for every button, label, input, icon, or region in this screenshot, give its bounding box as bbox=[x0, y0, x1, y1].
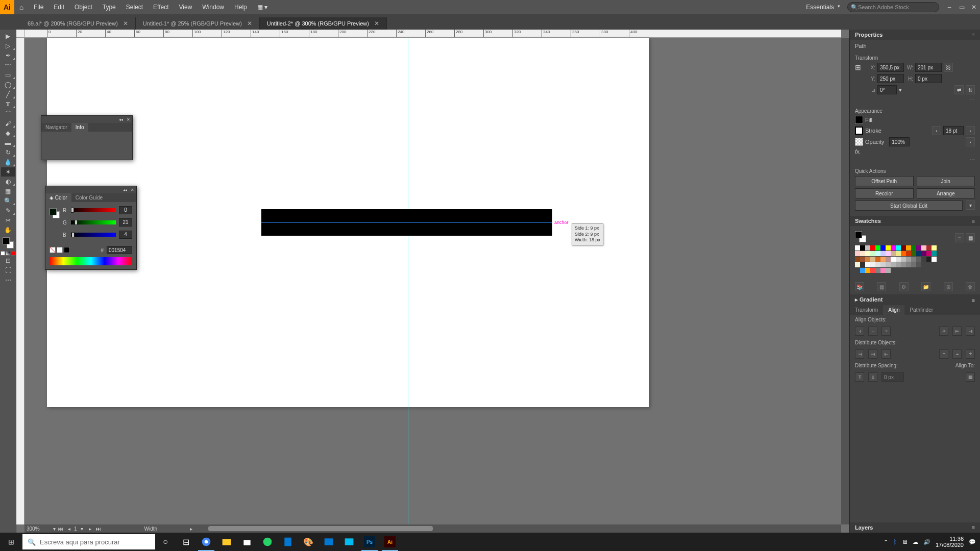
color-panel[interactable]: ◂◂✕ ◈ ColorColor Guide R0 G21 B4 # bbox=[45, 186, 137, 270]
swatch-cell[interactable] bbox=[926, 251, 932, 256]
artboard-dropdown[interactable]: ▾ bbox=[79, 526, 85, 532]
align-bottom[interactable]: ⫣ bbox=[966, 327, 975, 336]
hand-tool[interactable]: ✋ bbox=[1, 226, 15, 235]
menu-window[interactable]: Window bbox=[197, 0, 229, 14]
tab-close-icon[interactable]: ✕ bbox=[247, 20, 252, 27]
store-icon[interactable] bbox=[237, 533, 257, 551]
dist-hcenter[interactable]: ⫨ bbox=[952, 349, 962, 359]
eyedropper-tool[interactable]: 💧 bbox=[1, 158, 15, 167]
dist-top[interactable]: ⫤ bbox=[855, 349, 864, 359]
dist-h-space[interactable]: ⫫ bbox=[868, 372, 877, 382]
tab-close-icon[interactable]: ✕ bbox=[374, 20, 379, 27]
fx-icon[interactable]: fx. bbox=[855, 148, 861, 155]
swatch-cell[interactable] bbox=[875, 262, 880, 267]
swatch-cell[interactable] bbox=[880, 245, 886, 251]
close-button[interactable]: ✕ bbox=[968, 0, 980, 14]
whatsapp-icon[interactable] bbox=[257, 533, 278, 551]
opacity-more[interactable]: › bbox=[966, 137, 975, 146]
maximize-button[interactable]: ▭ bbox=[955, 0, 968, 14]
artboard-region[interactable]: anchor Side 1: 9 px Side 2: 9 px Width: … bbox=[24, 38, 841, 524]
swatch-cell[interactable] bbox=[932, 251, 937, 256]
volume-icon[interactable]: 🔊 bbox=[923, 539, 930, 545]
document-tab[interactable]: Untitled-2* @ 300% (RGB/GPU Preview)✕ bbox=[260, 17, 387, 30]
swatch-cell[interactable] bbox=[896, 262, 901, 267]
vertical-guide[interactable] bbox=[408, 38, 408, 524]
spacing-input[interactable] bbox=[881, 372, 904, 382]
screen-mode[interactable]: ⛶ bbox=[1, 266, 15, 275]
swatch-cell[interactable] bbox=[855, 262, 860, 267]
scrollbar-horizontal[interactable]: ▾ ⏮ ◂ 1 ▾ ▸ ⏭ Width ▸ bbox=[24, 524, 841, 533]
swatch-menu-icon[interactable]: ▦ bbox=[877, 282, 886, 291]
color-fill-stroke[interactable] bbox=[50, 208, 60, 218]
swatch-cell[interactable] bbox=[875, 257, 880, 262]
document-tab[interactable]: 69.ai* @ 200% (RGB/GPU Preview)✕ bbox=[20, 17, 136, 30]
calculator-icon[interactable] bbox=[278, 533, 298, 551]
explorer-icon[interactable] bbox=[216, 533, 237, 551]
dist-left[interactable]: ⫧ bbox=[939, 349, 948, 359]
x-input[interactable] bbox=[877, 63, 904, 72]
swatch-cell[interactable] bbox=[896, 257, 901, 262]
swatches-header[interactable]: Swatches≡ bbox=[850, 216, 980, 226]
pen-tool[interactable]: ✒ bbox=[1, 51, 15, 60]
panel-tab-color-guide[interactable]: Color Guide bbox=[71, 193, 107, 202]
panel-tab-info[interactable]: Info bbox=[71, 123, 88, 132]
search-stock[interactable]: 🔍 Search Adobe Stock bbox=[847, 2, 939, 12]
notifications-icon[interactable]: 💬 bbox=[969, 539, 976, 545]
swatch-cell[interactable] bbox=[860, 257, 865, 262]
last-artboard[interactable]: ⏭ bbox=[95, 526, 102, 532]
photoshop-icon[interactable]: Ps bbox=[359, 533, 380, 551]
zoom-level[interactable] bbox=[27, 526, 51, 532]
swatch-cell[interactable] bbox=[921, 245, 926, 251]
swatch-cell[interactable] bbox=[860, 251, 865, 256]
panel-collapse-icon[interactable]: ◂◂ bbox=[118, 117, 124, 122]
stroke-dec[interactable]: ‹ bbox=[932, 126, 941, 135]
direct-selection-tool[interactable]: ▷ bbox=[1, 41, 15, 51]
swatch-cell[interactable] bbox=[916, 251, 921, 256]
swatch-cell[interactable] bbox=[921, 251, 926, 256]
swatch-cell[interactable] bbox=[906, 251, 911, 256]
swatch-cell[interactable] bbox=[860, 262, 865, 267]
home-icon[interactable]: ⌂ bbox=[14, 3, 29, 11]
ruler-origin[interactable] bbox=[16, 30, 24, 38]
menu-file[interactable]: File bbox=[29, 0, 48, 14]
chrome-icon[interactable] bbox=[196, 533, 216, 551]
workspace-selector[interactable]: Essentials bbox=[801, 4, 843, 11]
arc-tool[interactable]: ⌒ bbox=[1, 109, 15, 118]
h-input[interactable] bbox=[915, 74, 942, 83]
align-tab-transform[interactable]: Transform bbox=[850, 305, 883, 315]
swatch-cell[interactable] bbox=[891, 245, 896, 251]
network-icon[interactable]: 🖥 bbox=[902, 539, 908, 545]
swatch-cell[interactable] bbox=[906, 257, 911, 262]
type-tool[interactable]: T bbox=[1, 99, 15, 109]
document-tab[interactable]: Untitled-1* @ 25% (RGB/GPU Preview)✕ bbox=[136, 17, 260, 30]
blend-tool[interactable]: ✎ bbox=[1, 206, 15, 215]
g-value[interactable]: 21 bbox=[119, 218, 132, 227]
photos-icon[interactable] bbox=[339, 533, 359, 551]
menu-effect[interactable]: Effect bbox=[148, 0, 174, 14]
global-edit-button[interactable]: Start Global Edit bbox=[855, 201, 963, 211]
swatch-cell[interactable] bbox=[932, 245, 937, 251]
swatch-cell[interactable] bbox=[870, 257, 875, 262]
r-value[interactable]: 0 bbox=[119, 206, 132, 214]
swatch-cell[interactable] bbox=[911, 251, 916, 256]
swatch-cell[interactable] bbox=[880, 268, 886, 273]
eraser-tool[interactable]: ▬ bbox=[1, 138, 15, 147]
align-to-selection[interactable]: ▦ bbox=[966, 372, 975, 382]
paintbrush-tool[interactable]: 🖌 bbox=[1, 119, 15, 128]
dist-v-space[interactable]: ⫪ bbox=[855, 372, 864, 382]
swatch-cell[interactable] bbox=[855, 257, 860, 262]
swatch-fill-stroke[interactable] bbox=[855, 231, 866, 242]
swatch-cell[interactable] bbox=[911, 245, 916, 251]
swatch-cell[interactable] bbox=[906, 262, 911, 267]
swatch-cell[interactable] bbox=[855, 251, 860, 256]
play-icon[interactable]: ▸ bbox=[190, 526, 192, 532]
rotate-tool[interactable]: ↻ bbox=[1, 148, 15, 157]
lock-aspect-icon[interactable]: ⛓ bbox=[944, 63, 953, 72]
recolor-button[interactable]: Recolor bbox=[855, 188, 914, 198]
paint-icon[interactable]: 🎨 bbox=[298, 533, 318, 551]
swatch-cell[interactable] bbox=[870, 262, 875, 267]
panel-tab-navigator[interactable]: Navigator bbox=[41, 123, 71, 132]
menu-view[interactable]: View bbox=[174, 0, 198, 14]
zoom-tool[interactable]: 🔍 bbox=[1, 196, 15, 206]
scrollbar-vertical[interactable] bbox=[841, 38, 849, 524]
